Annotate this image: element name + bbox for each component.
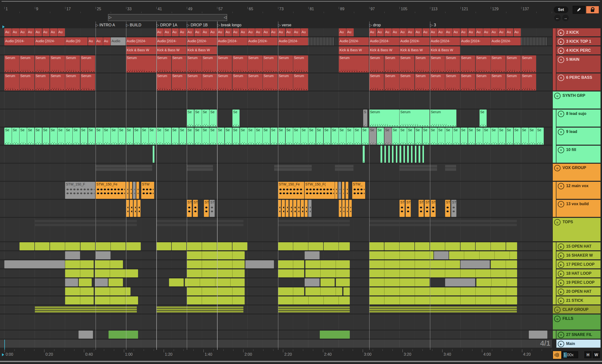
clip[interactable] bbox=[342, 182, 345, 199]
clip[interactable]: Serum bbox=[172, 74, 187, 91]
fold-icon[interactable]: ▼ bbox=[558, 75, 564, 81]
clip[interactable] bbox=[396, 146, 397, 163]
clip[interactable]: Au bbox=[179, 28, 187, 36]
clip[interactable]: Se bbox=[58, 128, 65, 145]
clip[interactable]: Au bbox=[27, 28, 34, 36]
clip[interactable] bbox=[305, 287, 342, 295]
clip[interactable]: Serum bbox=[384, 55, 399, 73]
clip[interactable]: STW_150_Fe bbox=[278, 182, 304, 199]
clip[interactable] bbox=[278, 296, 350, 304]
fold-icon[interactable]: ▼ bbox=[558, 111, 564, 117]
track-lane-19-perc-loop[interactable] bbox=[0, 278, 552, 286]
clip[interactable]: Se bbox=[422, 128, 430, 145]
clip[interactable]: Se bbox=[301, 128, 308, 145]
clip[interactable]: Au bbox=[415, 28, 422, 36]
clip[interactable]: Au bbox=[498, 28, 506, 36]
clip[interactable]: Serum bbox=[35, 55, 50, 73]
clip[interactable] bbox=[278, 260, 304, 268]
clip[interactable]: ST bbox=[406, 200, 410, 217]
play-icon[interactable]: ▶ bbox=[558, 341, 564, 347]
clip[interactable]: Se bbox=[65, 128, 73, 145]
clip[interactable]: Kick & Bass W bbox=[156, 46, 186, 54]
clip[interactable] bbox=[369, 242, 384, 250]
locator-build[interactable]: ▷BUILD bbox=[126, 22, 141, 28]
clip[interactable]: Au bbox=[255, 28, 262, 36]
clip[interactable]: Se bbox=[346, 128, 354, 145]
clip[interactable] bbox=[65, 269, 94, 277]
clip[interactable]: Se bbox=[20, 128, 27, 145]
track-header-12-main-vox[interactable]: ▼12 main vox bbox=[556, 182, 601, 199]
clip[interactable] bbox=[293, 200, 296, 217]
set-locator-button[interactable]: Set bbox=[554, 6, 568, 13]
clip[interactable]: Se bbox=[407, 128, 414, 145]
clip[interactable]: Se bbox=[88, 128, 95, 145]
locator-drop-1a[interactable]: ▷DROP 1A bbox=[156, 22, 177, 28]
clip[interactable]: Serum bbox=[415, 55, 430, 73]
track-lane-6-perc-bass[interactable]: SerumSerumSerumSerumSerumSerumSerumSerum… bbox=[0, 74, 552, 91]
clip[interactable]: Au bbox=[286, 28, 293, 36]
clip[interactable] bbox=[65, 287, 94, 295]
clip[interactable]: Serum bbox=[415, 74, 430, 91]
clip[interactable] bbox=[461, 242, 475, 250]
clip[interactable] bbox=[349, 200, 352, 217]
clip[interactable]: Au bbox=[430, 28, 437, 36]
clip[interactable]: Au bbox=[514, 28, 521, 36]
clip[interactable]: Au bbox=[12, 28, 19, 36]
clip[interactable]: ST bbox=[419, 200, 423, 217]
clip[interactable] bbox=[369, 278, 430, 286]
track-header-18-hat-loop[interactable]: ▶18 HAT LOOP bbox=[556, 269, 601, 277]
clip[interactable] bbox=[521, 37, 548, 45]
track-header-9-lead[interactable]: ▼9 lead bbox=[556, 128, 601, 145]
clip[interactable]: Se bbox=[339, 128, 346, 145]
clip[interactable]: Au bbox=[377, 28, 384, 36]
clip[interactable]: Serum bbox=[399, 109, 430, 127]
clip[interactable]: ST bbox=[187, 200, 192, 217]
clip[interactable]: Kick & Bass W bbox=[430, 46, 460, 54]
clip[interactable]: Se bbox=[384, 128, 392, 145]
clip[interactable]: Au bbox=[270, 28, 278, 36]
clip[interactable]: Se bbox=[430, 128, 437, 145]
track-header-8-lead-sujo[interactable]: ▼8 lead sujo bbox=[556, 109, 601, 127]
clip[interactable]: Se bbox=[461, 128, 468, 145]
group-icon[interactable]: ≡ bbox=[554, 165, 560, 171]
track-lane-17-perc-loop[interactable] bbox=[0, 260, 552, 268]
track-lane-15-open-hat[interactable] bbox=[0, 242, 552, 250]
clip[interactable]: Au bbox=[491, 28, 498, 36]
clip[interactable] bbox=[384, 242, 399, 250]
clip[interactable]: Serum bbox=[445, 55, 460, 73]
clip[interactable]: Serum bbox=[4, 74, 19, 91]
clip[interactable] bbox=[415, 242, 430, 250]
clip[interactable]: Serum bbox=[80, 55, 95, 73]
clip[interactable]: Serum bbox=[65, 55, 80, 73]
clip[interactable]: Au bbox=[43, 28, 50, 36]
clip[interactable] bbox=[80, 242, 95, 250]
track-lane-9-lead[interactable]: SeSeSeSeSeSeSeSeSeSeSeSeSeSeSeSeSeSeSeSe… bbox=[0, 128, 552, 145]
clip[interactable]: Se bbox=[96, 128, 103, 145]
clip[interactable]: Serum bbox=[80, 74, 95, 91]
track-lane-16-shaker-w[interactable] bbox=[0, 251, 552, 259]
clip[interactable]: STW_150_F bbox=[65, 182, 95, 199]
clip[interactable]: Se bbox=[369, 128, 376, 145]
group-icon[interactable]: ≡ bbox=[554, 219, 560, 225]
clip[interactable]: Au bbox=[232, 28, 240, 36]
fold-icon[interactable]: ▼ bbox=[558, 201, 564, 207]
clip[interactable] bbox=[369, 269, 517, 277]
clip[interactable]: Serum bbox=[35, 74, 50, 91]
track-lane-13-vox-build[interactable]: STSTSTSTSTSTSTSTSTSTST bbox=[0, 200, 552, 217]
clip[interactable] bbox=[380, 146, 382, 163]
clip[interactable] bbox=[476, 278, 517, 286]
clip[interactable]: Au bbox=[20, 28, 27, 36]
clip[interactable] bbox=[321, 278, 335, 286]
clip[interactable]: Serum bbox=[202, 74, 217, 91]
clip[interactable]: ST bbox=[451, 200, 456, 217]
track-lane-5-main[interactable]: SerumSerumSerumSerumSerumSerumSerumSerum… bbox=[0, 55, 552, 73]
clip[interactable] bbox=[278, 200, 281, 217]
clip[interactable]: Audio [2024- bbox=[247, 37, 278, 45]
clip[interactable]: Audio [20 bbox=[65, 37, 87, 45]
clip[interactable]: Serum bbox=[476, 74, 491, 91]
clip[interactable] bbox=[187, 296, 245, 304]
clip[interactable] bbox=[445, 242, 460, 250]
clip[interactable] bbox=[422, 146, 424, 163]
prev-locator-button[interactable]: ← bbox=[554, 15, 561, 21]
clip[interactable]: Audio [2024- bbox=[278, 37, 308, 45]
